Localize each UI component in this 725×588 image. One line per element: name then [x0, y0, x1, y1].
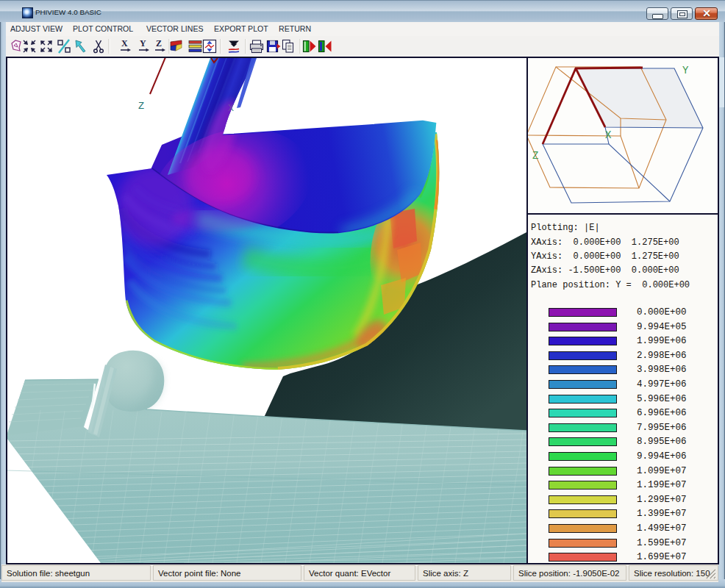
svg-text:Y: Y [140, 38, 146, 49]
svg-text:Z: Z [156, 38, 162, 49]
svg-text:Y: Y [682, 65, 689, 76]
svg-text:X: X [121, 38, 128, 49]
svg-text:Z: Z [532, 150, 538, 162]
svg-text:X: X [605, 129, 612, 141]
svg-text:Z: Z [138, 101, 144, 112]
